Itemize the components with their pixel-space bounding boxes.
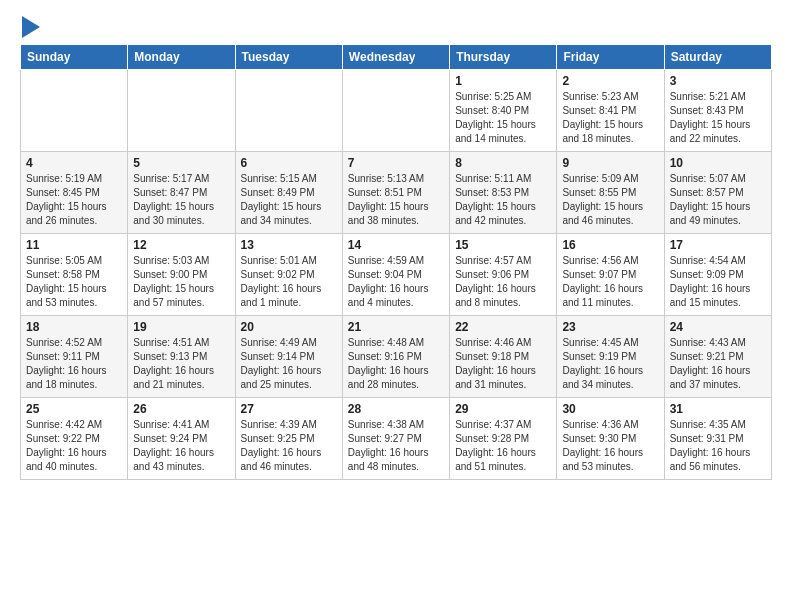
day-info: Sunrise: 4:57 AMSunset: 9:06 PMDaylight:… (455, 254, 551, 310)
calendar-week-row: 1Sunrise: 5:25 AMSunset: 8:40 PMDaylight… (21, 70, 772, 152)
day-info: Sunrise: 4:39 AMSunset: 9:25 PMDaylight:… (241, 418, 337, 474)
calendar-cell: 18Sunrise: 4:52 AMSunset: 9:11 PMDayligh… (21, 316, 128, 398)
calendar-cell: 16Sunrise: 4:56 AMSunset: 9:07 PMDayligh… (557, 234, 664, 316)
day-number: 22 (455, 320, 551, 334)
day-info: Sunrise: 4:51 AMSunset: 9:13 PMDaylight:… (133, 336, 229, 392)
calendar-cell: 10Sunrise: 5:07 AMSunset: 8:57 PMDayligh… (664, 152, 771, 234)
calendar-week-row: 25Sunrise: 4:42 AMSunset: 9:22 PMDayligh… (21, 398, 772, 480)
calendar-week-row: 4Sunrise: 5:19 AMSunset: 8:45 PMDaylight… (21, 152, 772, 234)
day-number: 26 (133, 402, 229, 416)
day-number: 31 (670, 402, 766, 416)
day-number: 8 (455, 156, 551, 170)
calendar-cell: 31Sunrise: 4:35 AMSunset: 9:31 PMDayligh… (664, 398, 771, 480)
svg-marker-0 (22, 16, 40, 38)
calendar-cell: 14Sunrise: 4:59 AMSunset: 9:04 PMDayligh… (342, 234, 449, 316)
day-info: Sunrise: 5:23 AMSunset: 8:41 PMDaylight:… (562, 90, 658, 146)
day-info: Sunrise: 5:17 AMSunset: 8:47 PMDaylight:… (133, 172, 229, 228)
day-number: 11 (26, 238, 122, 252)
calendar-cell: 20Sunrise: 4:49 AMSunset: 9:14 PMDayligh… (235, 316, 342, 398)
calendar-cell: 3Sunrise: 5:21 AMSunset: 8:43 PMDaylight… (664, 70, 771, 152)
day-number: 12 (133, 238, 229, 252)
day-info: Sunrise: 4:37 AMSunset: 9:28 PMDaylight:… (455, 418, 551, 474)
calendar-cell: 21Sunrise: 4:48 AMSunset: 9:16 PMDayligh… (342, 316, 449, 398)
calendar-cell: 24Sunrise: 4:43 AMSunset: 9:21 PMDayligh… (664, 316, 771, 398)
day-number: 10 (670, 156, 766, 170)
day-number: 21 (348, 320, 444, 334)
day-info: Sunrise: 4:49 AMSunset: 9:14 PMDaylight:… (241, 336, 337, 392)
day-info: Sunrise: 4:52 AMSunset: 9:11 PMDaylight:… (26, 336, 122, 392)
day-number: 27 (241, 402, 337, 416)
day-info: Sunrise: 5:01 AMSunset: 9:02 PMDaylight:… (241, 254, 337, 310)
day-info: Sunrise: 4:54 AMSunset: 9:09 PMDaylight:… (670, 254, 766, 310)
calendar-cell: 1Sunrise: 5:25 AMSunset: 8:40 PMDaylight… (450, 70, 557, 152)
day-info: Sunrise: 4:41 AMSunset: 9:24 PMDaylight:… (133, 418, 229, 474)
day-info: Sunrise: 4:38 AMSunset: 9:27 PMDaylight:… (348, 418, 444, 474)
calendar-cell: 17Sunrise: 4:54 AMSunset: 9:09 PMDayligh… (664, 234, 771, 316)
day-number: 3 (670, 74, 766, 88)
calendar-cell: 22Sunrise: 4:46 AMSunset: 9:18 PMDayligh… (450, 316, 557, 398)
day-number: 2 (562, 74, 658, 88)
calendar-cell: 4Sunrise: 5:19 AMSunset: 8:45 PMDaylight… (21, 152, 128, 234)
day-number: 15 (455, 238, 551, 252)
day-number: 5 (133, 156, 229, 170)
day-info: Sunrise: 5:07 AMSunset: 8:57 PMDaylight:… (670, 172, 766, 228)
day-info: Sunrise: 4:48 AMSunset: 9:16 PMDaylight:… (348, 336, 444, 392)
calendar-cell: 5Sunrise: 5:17 AMSunset: 8:47 PMDaylight… (128, 152, 235, 234)
calendar-week-row: 18Sunrise: 4:52 AMSunset: 9:11 PMDayligh… (21, 316, 772, 398)
calendar-week-row: 11Sunrise: 5:05 AMSunset: 8:58 PMDayligh… (21, 234, 772, 316)
calendar-cell: 19Sunrise: 4:51 AMSunset: 9:13 PMDayligh… (128, 316, 235, 398)
calendar-cell: 27Sunrise: 4:39 AMSunset: 9:25 PMDayligh… (235, 398, 342, 480)
day-info: Sunrise: 5:13 AMSunset: 8:51 PMDaylight:… (348, 172, 444, 228)
day-info: Sunrise: 4:45 AMSunset: 9:19 PMDaylight:… (562, 336, 658, 392)
calendar-cell: 15Sunrise: 4:57 AMSunset: 9:06 PMDayligh… (450, 234, 557, 316)
logo-icon (22, 16, 40, 38)
calendar: SundayMondayTuesdayWednesdayThursdayFrid… (20, 44, 772, 480)
calendar-cell: 30Sunrise: 4:36 AMSunset: 9:30 PMDayligh… (557, 398, 664, 480)
calendar-day-header: Friday (557, 45, 664, 70)
day-number: 9 (562, 156, 658, 170)
day-info: Sunrise: 4:56 AMSunset: 9:07 PMDaylight:… (562, 254, 658, 310)
day-info: Sunrise: 4:46 AMSunset: 9:18 PMDaylight:… (455, 336, 551, 392)
day-number: 17 (670, 238, 766, 252)
calendar-cell: 28Sunrise: 4:38 AMSunset: 9:27 PMDayligh… (342, 398, 449, 480)
calendar-cell (128, 70, 235, 152)
day-number: 20 (241, 320, 337, 334)
calendar-cell: 7Sunrise: 5:13 AMSunset: 8:51 PMDaylight… (342, 152, 449, 234)
calendar-cell: 2Sunrise: 5:23 AMSunset: 8:41 PMDaylight… (557, 70, 664, 152)
day-number: 23 (562, 320, 658, 334)
calendar-day-header: Tuesday (235, 45, 342, 70)
logo (20, 16, 44, 38)
calendar-cell: 8Sunrise: 5:11 AMSunset: 8:53 PMDaylight… (450, 152, 557, 234)
calendar-cell (21, 70, 128, 152)
calendar-cell: 9Sunrise: 5:09 AMSunset: 8:55 PMDaylight… (557, 152, 664, 234)
day-info: Sunrise: 4:36 AMSunset: 9:30 PMDaylight:… (562, 418, 658, 474)
day-number: 28 (348, 402, 444, 416)
page: SundayMondayTuesdayWednesdayThursdayFrid… (0, 0, 792, 490)
day-number: 16 (562, 238, 658, 252)
calendar-cell (342, 70, 449, 152)
day-info: Sunrise: 4:42 AMSunset: 9:22 PMDaylight:… (26, 418, 122, 474)
calendar-day-header: Thursday (450, 45, 557, 70)
day-number: 18 (26, 320, 122, 334)
day-number: 30 (562, 402, 658, 416)
day-number: 14 (348, 238, 444, 252)
day-info: Sunrise: 4:35 AMSunset: 9:31 PMDaylight:… (670, 418, 766, 474)
day-info: Sunrise: 5:03 AMSunset: 9:00 PMDaylight:… (133, 254, 229, 310)
day-info: Sunrise: 5:09 AMSunset: 8:55 PMDaylight:… (562, 172, 658, 228)
day-info: Sunrise: 4:43 AMSunset: 9:21 PMDaylight:… (670, 336, 766, 392)
day-info: Sunrise: 5:21 AMSunset: 8:43 PMDaylight:… (670, 90, 766, 146)
calendar-day-header: Wednesday (342, 45, 449, 70)
calendar-cell: 6Sunrise: 5:15 AMSunset: 8:49 PMDaylight… (235, 152, 342, 234)
day-info: Sunrise: 5:15 AMSunset: 8:49 PMDaylight:… (241, 172, 337, 228)
calendar-cell: 25Sunrise: 4:42 AMSunset: 9:22 PMDayligh… (21, 398, 128, 480)
calendar-header-row: SundayMondayTuesdayWednesdayThursdayFrid… (21, 45, 772, 70)
day-info: Sunrise: 5:19 AMSunset: 8:45 PMDaylight:… (26, 172, 122, 228)
day-number: 13 (241, 238, 337, 252)
calendar-cell: 26Sunrise: 4:41 AMSunset: 9:24 PMDayligh… (128, 398, 235, 480)
calendar-day-header: Monday (128, 45, 235, 70)
day-number: 19 (133, 320, 229, 334)
calendar-cell (235, 70, 342, 152)
day-number: 25 (26, 402, 122, 416)
day-info: Sunrise: 5:05 AMSunset: 8:58 PMDaylight:… (26, 254, 122, 310)
calendar-cell: 29Sunrise: 4:37 AMSunset: 9:28 PMDayligh… (450, 398, 557, 480)
